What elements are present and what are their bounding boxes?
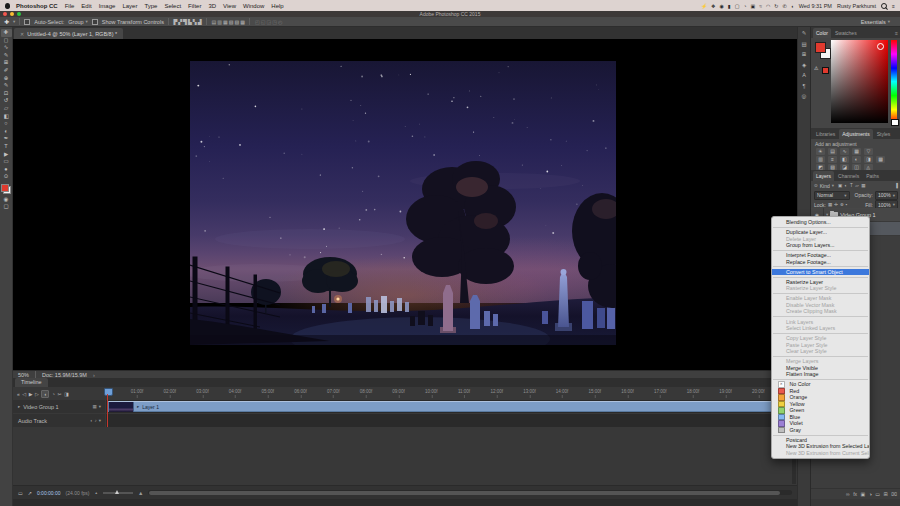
align-bottom-edges-icon[interactable]: ▟ [198,19,202,25]
foreground-color-swatch[interactable] [1,184,9,192]
distribute-bottom-icon[interactable]: ▦ [223,19,228,25]
phone-icon[interactable]: ✆ [782,3,786,9]
panel-clone-source-icon[interactable]: ⊞ [802,51,807,57]
music-note-icon[interactable]: ♪ [94,418,96,423]
playhead[interactable] [104,388,113,396]
tab-channels[interactable]: Channels [835,171,862,181]
audio-track-header[interactable]: Audio Track ◖♪▾ [13,414,105,427]
workspace-switcher[interactable]: Essentials▾ [861,19,890,25]
align-right-edges-icon[interactable]: ▜ [183,19,187,25]
color-foreground-swatch[interactable] [815,42,826,53]
distribute-left-icon[interactable]: ▧ [229,19,234,25]
notification-center-icon[interactable]: ≡ [892,3,895,9]
menu-type[interactable]: Type [144,3,157,9]
render-video-icon[interactable]: ▭ [18,490,23,496]
tab-libraries[interactable]: Libraries [813,129,838,139]
panel-history-icon[interactable]: ✎ [802,30,807,36]
photo-filter-icon[interactable]: ◐ [852,156,861,163]
zoom-level[interactable]: 50% [18,372,29,378]
clone-stamp-tool[interactable]: ⊡ [1,90,12,98]
screen-mode-icon[interactable]: ▢ [1,203,12,211]
type-tool[interactable]: T [1,143,12,151]
opacity-dropdown[interactable]: 100%▾ [875,191,898,200]
menu-window[interactable]: Window [243,3,264,9]
lock-position-icon[interactable]: ⊕ [840,202,844,207]
time-machine-icon[interactable]: ◔ [743,3,746,9]
chevron-down-icon[interactable]: ▾ [99,418,101,423]
blur-tool[interactable]: ○ [1,120,12,128]
eraser-tool[interactable]: ▱ [1,105,12,113]
canvas-area[interactable] [13,39,797,370]
align-left-edges-icon[interactable]: ▛ [173,19,177,25]
keyboard-icon[interactable]: ≈ [759,3,762,9]
status-chevron-icon[interactable]: › [93,372,95,378]
previous-frame-button[interactable]: ◁ [22,391,26,397]
blend-mode-dropdown[interactable]: Normal▾ [814,191,850,200]
filter-shape-layers-icon[interactable]: ▱ [855,183,858,188]
menu-select[interactable]: Select [164,3,181,9]
menu-item-flatten-image[interactable]: Flatten Image [772,371,869,378]
mute-audio-button[interactable]: ◖ [41,390,49,398]
quick-selection-tool[interactable]: ✎ [1,52,12,60]
filter-adjustment-layers-icon[interactable]: ◐ [845,183,848,188]
filter-pixel-layers-icon[interactable]: ▣ [838,183,842,188]
airplay-icon[interactable]: ▣ [750,3,755,9]
lock-pixels-icon[interactable]: ✛ [834,202,838,207]
document-tab[interactable]: ✕ Untitled-4 @ 50% (Layer 1, RGB/8) * [14,28,123,39]
split-clip-button[interactable]: ✂ [57,391,61,397]
color-balance-icon[interactable]: ≡ [828,156,837,163]
menu-3d[interactable]: 3D [208,3,216,9]
close-tab-icon[interactable]: ✕ [20,31,24,37]
brush-tool[interactable]: ✎ [1,82,12,90]
eyedropper-tool[interactable]: ✐ [1,67,12,75]
spotlight-icon[interactable] [881,3,887,9]
tab-adjustments[interactable]: Adjustments [839,129,873,139]
3d-slide-icon[interactable]: ◳ [272,19,277,25]
align-top-edges-icon[interactable]: ▙ [188,19,192,25]
crop-tool[interactable]: ⊞ [1,59,12,67]
align-v-centers-icon[interactable]: ▚ [193,19,197,25]
panel-properties-icon[interactable]: ▤ [801,41,806,47]
healing-brush-tool[interactable]: ⊕ [1,75,12,83]
layer-style-icon[interactable]: fx [853,491,857,497]
plugin-icon[interactable]: ⚡ [701,3,707,9]
new-group-icon[interactable]: ▭ [875,491,880,497]
show-transform-checkbox[interactable] [92,19,98,25]
audio-track-lane[interactable] [106,414,790,427]
3d-drag-icon[interactable]: ◲ [266,19,271,25]
lock-transparency-icon[interactable]: ▦ [828,202,832,207]
video-track-header[interactable]: ▸ Video Group 1 ▦▾ [13,400,105,413]
sync-icon[interactable]: ↻ [774,3,778,9]
move-tool-badge-icon[interactable]: ✚ [4,18,9,25]
timeline-ruler[interactable]: 01:00f02:00f03:00f04:00f05:00f06:00f07:0… [107,387,791,401]
hue-saturation-icon[interactable]: ▥ [816,156,825,163]
tab-swatches[interactable]: Swatches [832,28,860,38]
tab-styles[interactable]: Styles [874,129,894,139]
distribute-top-icon[interactable]: ▤ [212,19,217,25]
battery-icon[interactable]: ▮ [728,3,731,9]
menu-item-replace-footage[interactable]: Replace Footage... [772,259,869,266]
gamut-color-swatch[interactable] [822,67,829,74]
play-button[interactable]: ▶ [29,391,33,397]
layer-mask-icon[interactable]: ▣ [861,491,866,497]
filter-search-icon[interactable]: ⊙ [814,183,818,188]
zoom-in-frames-icon[interactable]: ▲ [138,490,143,496]
saturation-brightness-field[interactable] [831,40,888,123]
zoom-tool[interactable]: ⊙ [1,173,12,181]
menu-item-group-from-layers[interactable]: Group from Layers... [772,242,869,249]
chevron-down-icon[interactable]: ▾ [832,183,834,188]
adjustment-layer-icon[interactable]: ◑ [869,491,872,497]
panel-menu-icon[interactable]: ≡ [895,30,898,36]
menu-file[interactable]: File [65,3,75,9]
filter-smart-objects-icon[interactable]: ▦ [861,183,865,188]
color-picker-marker[interactable] [877,43,884,50]
levels-icon[interactable]: ▤ [828,148,837,155]
disclosure-icon[interactable]: ▸ [18,404,20,409]
tab-paths[interactable]: Paths [863,171,882,181]
next-frame-button[interactable]: ▷ [35,391,39,397]
timeline-horizontal-scrollbar[interactable] [148,490,792,495]
distribute-hcenter-icon[interactable]: ▨ [234,19,239,25]
exposure-icon[interactable]: ▦ [852,148,861,155]
filter-type-layers-icon[interactable]: T [850,183,853,188]
panel-info-icon[interactable]: ◈ [802,62,806,68]
